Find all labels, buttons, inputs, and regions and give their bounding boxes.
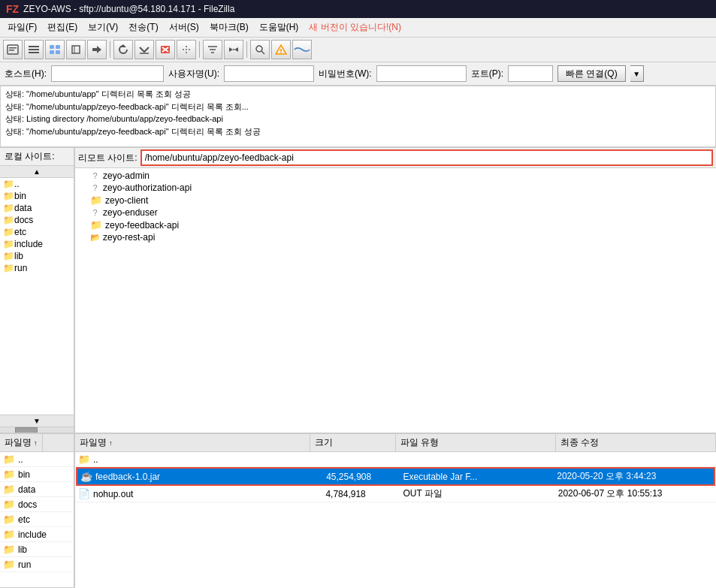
local-file-etc[interactable]: 📁 etc (0, 512, 74, 527)
menu-view[interactable]: 보기(V) (83, 20, 122, 35)
toolbar (0, 38, 716, 62)
svg-rect-5 (29, 52, 39, 53)
port-input[interactable] (508, 65, 553, 82)
remote-file-dotdot[interactable]: 📁 .. (75, 452, 716, 467)
toolbar-btn7[interactable] (134, 40, 154, 59)
menu-file[interactable]: 파일(F) (3, 20, 41, 35)
window-title: ZEYO-AWS - sftp://ubuntu@54.180.14.171 -… (23, 4, 234, 14)
file-name: feedback-1.0.jar (95, 472, 326, 482)
toolbar-search-btn[interactable] (250, 40, 270, 59)
tree-item-label: bin (14, 191, 26, 201)
remote-tree-zeyo-rest[interactable]: 📂 zeyo-rest-api (75, 231, 716, 243)
toolbar-btn3[interactable] (45, 40, 65, 59)
file-name: .. (93, 454, 325, 465)
connect-dropdown-btn[interactable]: ▼ (630, 65, 644, 82)
menu-transfer[interactable]: 전송(T) (124, 20, 162, 35)
toolbar-siteman-btn[interactable] (3, 40, 23, 59)
toolbar-stop-btn[interactable] (156, 40, 175, 59)
folder-icon: 📁 (3, 529, 15, 540)
tree-item-label: data (14, 203, 32, 213)
menu-bookmark[interactable]: 북마크(B) (205, 20, 253, 35)
folder-icon: 📁 (3, 191, 14, 201)
toolbar-bird-btn[interactable] (292, 40, 312, 59)
local-file-bin[interactable]: 📁 bin (0, 467, 74, 482)
local-tree-item-docs[interactable]: 📁 docs (0, 214, 74, 226)
remote-col-type[interactable]: 파일 유형 (396, 434, 556, 451)
tree-item-label: docs (14, 215, 33, 225)
folder-icon: 📁 (3, 499, 15, 510)
tree-item-label: etc (14, 227, 26, 237)
host-input[interactable] (51, 65, 164, 82)
local-tree[interactable]: 📁 .. 📁 bin 📁 data 📁 docs 📁 etc 📁 inc (0, 178, 74, 415)
remote-tree[interactable]: ? zeyo-admin ? zeyo-authorization-api 📁 … (75, 168, 716, 433)
left-scroll-down[interactable]: ▼ (0, 415, 74, 427)
toolbar-log-btn[interactable] (271, 40, 291, 59)
left-scrollbar-thumb[interactable] (15, 427, 38, 433)
left-scroll-up[interactable]: ▲ (0, 166, 74, 178)
file-name: bin (18, 469, 30, 480)
local-file-lib[interactable]: 📁 lib (0, 542, 74, 557)
local-file-dotdot[interactable]: 📁 .. (0, 452, 74, 467)
toolbar-sep3 (246, 41, 247, 58)
scroll-down-icon: ▼ (33, 417, 41, 425)
remote-col-size[interactable]: 크기 (310, 434, 395, 451)
local-col-filename[interactable]: 파일명 ↑ (0, 434, 43, 451)
local-tree-item-lib[interactable]: 📁 lib (0, 250, 74, 262)
local-tree-item-include[interactable]: 📁 include (0, 238, 74, 250)
svg-rect-3 (29, 46, 39, 47)
toolbar-filter-btn[interactable] (203, 40, 222, 59)
remote-tree-zeyo-client[interactable]: 📁 zeyo-client (75, 194, 716, 207)
toolbar-btn5[interactable] (87, 40, 107, 59)
remote-tree-zeyo-auth[interactable]: ? zeyo-authorization-api (75, 182, 716, 194)
local-file-list[interactable]: 📁 .. 📁 bin 📁 data 📁 docs 📁 etc 📁 inc (0, 452, 74, 587)
local-file-run[interactable]: 📁 run (0, 557, 74, 572)
toolbar-btn4[interactable] (66, 40, 86, 59)
sort-arrow-icon: ↑ (109, 439, 113, 447)
local-tree-item-etc[interactable]: 📁 etc (0, 226, 74, 238)
remote-tree-zeyo-enduser[interactable]: ? zeyo-enduser (75, 207, 716, 219)
jar-icon: ☕ (80, 471, 92, 482)
file-size: 4,784,918 (325, 489, 403, 499)
menu-server[interactable]: 서버(S) (165, 20, 204, 35)
toolbar-refresh-btn[interactable] (113, 40, 133, 59)
toolbar-btn9[interactable] (177, 40, 196, 59)
folder-icon: 📁 (3, 484, 15, 495)
svg-rect-8 (50, 50, 54, 54)
svg-rect-2 (9, 50, 14, 51)
toolbar-sync-btn[interactable] (224, 40, 243, 59)
tree-item-label: zeyo-authorization-api (103, 182, 192, 193)
menu-edit[interactable]: 편집(E) (43, 20, 82, 35)
remote-file-list[interactable]: 📁 .. ☕ feedback-1.0.jar 45,254,908 Execu… (75, 452, 716, 588)
user-input[interactable] (224, 65, 314, 82)
menu-update[interactable]: 새 버전이 있습니다!(N) (304, 20, 406, 35)
remote-path-input[interactable] (140, 149, 713, 166)
user-label: 사용자명(U): (168, 68, 219, 80)
remote-column-header: 파일명 ↑ 크기 파일 유형 최종 수정 (75, 434, 716, 452)
local-tree-item-dotdot[interactable]: 📁 .. (0, 178, 74, 190)
file-type: Executable Jar F... (403, 472, 557, 482)
folder-open-icon: 📂 (90, 233, 100, 243)
local-file-include[interactable]: 📁 include (0, 527, 74, 542)
quick-connect-button[interactable]: 빠른 연결(Q) (557, 65, 626, 82)
remote-modified-label: 최종 수정 (560, 436, 599, 449)
remote-tree-zeyo-feedback[interactable]: 📁 zeyo-feedback-api (75, 219, 716, 231)
toolbar-queue-btn[interactable] (24, 40, 44, 59)
local-tree-item-run[interactable]: 📁 run (0, 262, 74, 274)
pass-input[interactable] (376, 65, 467, 82)
remote-path-bar: 리모트 사이트: (75, 148, 716, 168)
left-scrollbar[interactable] (0, 427, 74, 433)
remote-col-modified[interactable]: 최종 수정 (556, 434, 716, 451)
remote-col-filename[interactable]: 파일명 ↑ (75, 434, 310, 451)
menu-help[interactable]: 도움말(H) (255, 20, 304, 35)
remote-file-jar[interactable]: ☕ feedback-1.0.jar 45,254,908 Executable… (77, 469, 714, 484)
file-name: docs (18, 499, 37, 510)
remote-tree-zeyo-admin[interactable]: ? zeyo-admin (75, 170, 716, 182)
local-file-data[interactable]: 📁 data (0, 482, 74, 497)
local-tree-item-data[interactable]: 📁 data (0, 202, 74, 214)
local-tree-item-bin[interactable]: 📁 bin (0, 190, 74, 202)
remote-file-nohup[interactable]: 📄 nohup.out 4,784,918 OUT 파일 2020-06-07 … (75, 486, 716, 502)
file-icon: 📁 (3, 454, 15, 465)
svg-rect-4 (29, 49, 39, 50)
status-line-4: 상태: "/home/ubuntu/app/zeyo-feedback-api"… (5, 125, 711, 138)
local-file-docs[interactable]: 📁 docs (0, 497, 74, 512)
